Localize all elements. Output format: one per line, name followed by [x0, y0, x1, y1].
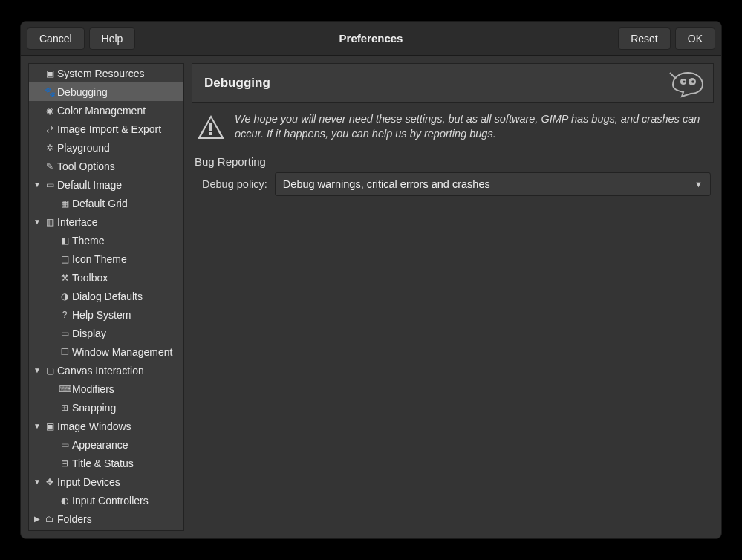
sidebar-item-label: Canvas Interaction	[57, 365, 144, 377]
sidebar-item-label: Help System	[72, 309, 131, 321]
sidebar-item-label: Window Management	[72, 346, 172, 358]
sidebar-item-dialog-defaults[interactable]: ◑Dialog Defaults	[29, 287, 183, 305]
sidebar-item-folders[interactable]: ▶🗀Folders	[29, 509, 183, 528]
cancel-button[interactable]: Cancel	[27, 27, 85, 50]
sidebar-item-label: Interface	[57, 216, 97, 228]
bug-icon: 🐾	[44, 86, 56, 98]
debug-policy-combo[interactable]: Debug warnings, critical errors and cras…	[275, 172, 711, 196]
sidebar-item-label: Theme	[72, 235, 105, 247]
sidebar-item-debugging[interactable]: 🐾Debugging	[29, 82, 183, 101]
sidebar-item-label: Color Management	[57, 105, 146, 117]
sidebar-item-label: Input Controllers	[72, 495, 149, 507]
preferences-dialog: Cancel Help Preferences Reset OK ▣System…	[20, 21, 722, 539]
dialog-icon: ◑	[59, 290, 71, 302]
sidebar-item-playground[interactable]: ✲Playground	[29, 138, 183, 157]
info-row: We hope you will never need these settin…	[192, 103, 714, 152]
sidebar-item-display[interactable]: ▭Display	[29, 324, 183, 342]
warning-icon	[196, 112, 226, 146]
toolbox-icon: ⚒	[59, 272, 71, 284]
sidebar-item-input-controllers[interactable]: ◐Input Controllers	[29, 491, 183, 509]
ok-button[interactable]: OK	[675, 27, 715, 50]
page-header: Debugging	[192, 63, 714, 103]
sidebar-item-title-status[interactable]: ⊟Title & Status	[29, 454, 183, 472]
expander-down-icon[interactable]: ▼	[32, 477, 42, 487]
sidebar-item-label: Title & Status	[72, 458, 134, 469]
grid-icon: ▦	[59, 198, 71, 209]
input-device-icon: ✥	[44, 476, 56, 488]
expander-down-icon[interactable]: ▼	[32, 365, 42, 376]
tool-icon: ✎	[44, 160, 56, 172]
svg-point-2	[683, 80, 685, 82]
sidebar-item-label: Dialog Defaults	[72, 290, 143, 302]
sidebar-item-input-devices[interactable]: ▼✥Input Devices	[29, 472, 183, 491]
svg-rect-4	[209, 123, 212, 131]
folder-icon: 🗀	[44, 513, 56, 525]
preferences-sidebar[interactable]: ▣System Resources🐾Debugging◉Color Manage…	[28, 63, 184, 531]
sidebar-item-canvas-interaction[interactable]: ▼▢Canvas Interaction	[29, 361, 183, 380]
sidebar-item-image-windows[interactable]: ▼▣Image Windows	[29, 417, 183, 435]
debug-policy-value: Debug warnings, critical errors and cras…	[283, 178, 490, 190]
expander-right-icon[interactable]: ▶	[32, 514, 42, 524]
sidebar-item-label: Appearance	[72, 439, 128, 451]
preferences-main-panel: Debugging	[192, 63, 714, 531]
sidebar-item-system-resources[interactable]: ▣System Resources	[29, 64, 183, 82]
fan-icon: ✲	[44, 142, 56, 154]
sidebar-item-label: Playground	[57, 142, 110, 154]
sidebar-item-interface[interactable]: ▼▥Interface	[29, 212, 183, 231]
snap-icon: ⊞	[59, 402, 71, 414]
sidebar-item-window-management[interactable]: ❐Window Management	[29, 342, 183, 361]
controller-icon: ◐	[59, 495, 71, 507]
section-bug-reporting: Bug Reporting	[192, 152, 714, 172]
color-icon: ◉	[44, 105, 56, 117]
window-icon: ❐	[59, 346, 71, 358]
sidebar-item-label: Default Grid	[72, 198, 128, 209]
expander-down-icon[interactable]: ▼	[32, 180, 42, 190]
sidebar-item-help-system[interactable]: ?Help System	[29, 305, 183, 324]
modifier-icon: ⌨	[59, 383, 71, 395]
sidebar-item-label: Input Devices	[57, 476, 120, 488]
dialog-title: Preferences	[339, 32, 403, 45]
sidebar-item-label: Toolbox	[72, 272, 108, 284]
sidebar-item-theme[interactable]: ◧Theme	[29, 231, 183, 250]
icon-theme-icon: ◫	[59, 253, 71, 265]
sidebar-item-snapping[interactable]: ⊞Snapping	[29, 398, 183, 417]
sidebar-item-default-grid[interactable]: ▦Default Grid	[29, 194, 183, 212]
interface-icon: ▥	[44, 216, 56, 228]
sidebar-item-label: Default Image	[57, 179, 122, 191]
info-text: We hope you will never need these settin…	[235, 112, 709, 141]
sidebar-item-appearance[interactable]: ▭Appearance	[29, 435, 183, 454]
debug-policy-label: Debug policy:	[202, 178, 267, 190]
theme-icon: ◧	[59, 235, 71, 247]
sidebar-item-label: Tool Options	[57, 160, 115, 172]
svg-point-0	[680, 79, 686, 85]
sidebar-item-image-import-export[interactable]: ⇄Image Import & Export	[29, 120, 183, 138]
sidebar-item-label: Image Windows	[57, 420, 131, 432]
sidebar-item-toolbox[interactable]: ⚒Toolbox	[29, 268, 183, 287]
sidebar-item-label: Modifiers	[72, 383, 114, 395]
display-icon: ▭	[59, 328, 71, 339]
expander-down-icon[interactable]: ▼	[32, 217, 42, 227]
chevron-down-icon: ▼	[694, 180, 703, 189]
reset-button[interactable]: Reset	[618, 27, 671, 50]
sidebar-item-default-image[interactable]: ▼▭Default Image	[29, 175, 183, 194]
sidebar-item-icon-theme[interactable]: ◫Icon Theme	[29, 250, 183, 268]
page-title: Debugging	[204, 76, 270, 91]
svg-rect-5	[209, 132, 212, 135]
help-button[interactable]: Help	[89, 27, 136, 50]
sidebar-item-modifiers[interactable]: ⌨Modifiers	[29, 380, 183, 398]
sidebar-item-label: Icon Theme	[72, 253, 127, 265]
titlebar: Cancel Help Preferences Reset OK	[21, 22, 721, 56]
sidebar-item-label: Folders	[57, 513, 92, 525]
sidebar-item-label: Debugging	[57, 86, 108, 98]
sidebar-item-label: Display	[72, 328, 106, 339]
gimp-mascot-icon	[668, 67, 706, 101]
sidebar-item-label: Snapping	[72, 402, 116, 414]
chip-icon: ▣	[44, 68, 56, 79]
sidebar-item-label: System Resources	[57, 68, 144, 79]
sidebar-item-tool-options[interactable]: ✎Tool Options	[29, 157, 183, 175]
sidebar-item-label: Image Import & Export	[57, 123, 161, 135]
sidebar-item-color-management[interactable]: ◉Color Management	[29, 101, 183, 120]
expander-down-icon[interactable]: ▼	[32, 421, 42, 432]
canvas-icon: ▢	[44, 365, 56, 377]
import-export-icon: ⇄	[44, 123, 56, 135]
